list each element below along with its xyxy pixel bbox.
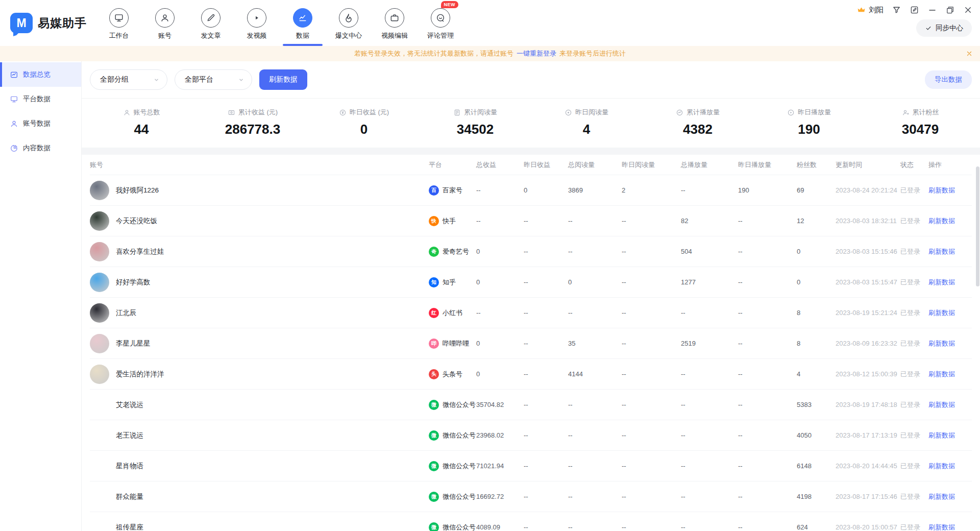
account-name: 爱生活的洋洋洋 (116, 370, 164, 379)
sync-center-button[interactable]: 同步中心 (916, 19, 972, 37)
feedback-edit-icon[interactable] (910, 5, 919, 15)
monitor-icon (10, 95, 18, 104)
total-income-cell: -- (476, 309, 524, 317)
refresh-row-link[interactable]: 刷新数据 (928, 308, 972, 318)
platform-name: 知乎 (443, 278, 456, 287)
total-reads-cell: 4144 (568, 370, 622, 378)
nav-item-video-editor[interactable]: 视频编辑 (372, 0, 418, 46)
vip-crown-icon (856, 5, 866, 15)
total-reads-cell: -- (568, 309, 622, 317)
playc-icon (787, 109, 795, 116)
close-button[interactable] (963, 5, 973, 15)
sidebar-item-data-overview[interactable]: 数据总览 (0, 62, 81, 87)
total-reads-cell: 3869 (568, 186, 622, 194)
total-income-cell: 35704.82 (476, 401, 524, 408)
account-name-cell: 喜欢分享生过娃 (90, 242, 429, 261)
platform-filter-select[interactable]: 全部平台 (175, 69, 252, 90)
platform-icon: 哔 (429, 339, 439, 349)
nav-item-data[interactable]: 数据 (280, 0, 326, 46)
total-income-cell: 23968.02 (476, 431, 524, 439)
nav-item-circle (293, 8, 312, 28)
refresh-row-link[interactable]: 刷新数据 (928, 431, 972, 440)
total-income-cell: 0 (476, 278, 524, 286)
total-income-cell: 4089.09 (476, 523, 524, 531)
user-icon (160, 13, 170, 23)
nav-item-label: 发视频 (247, 31, 267, 40)
total-income-cell: 0 (476, 370, 524, 378)
stat-card-3: 累计阅读量 34502 (420, 108, 531, 137)
refresh-data-button[interactable]: 刷新数据 (259, 69, 307, 90)
yesterday-income-cell: -- (524, 401, 568, 408)
yesterday-reads-cell: -- (622, 248, 681, 255)
avatar-placeholder (90, 456, 109, 476)
refresh-row-link[interactable]: 刷新数据 (928, 247, 972, 256)
relogin-link[interactable]: 一键重新登录 (517, 49, 556, 58)
account-name: 星肖物语 (116, 462, 143, 471)
minimize-button[interactable] (927, 5, 937, 15)
refresh-row-link[interactable]: 刷新数据 (928, 339, 972, 348)
nav-item-comment-manager[interactable]: 评论管理 NEW (418, 0, 463, 46)
sidebar-item-content-data[interactable]: 内容数据 (0, 136, 81, 160)
sidebar-item-label: 内容数据 (23, 143, 51, 153)
table-row: 江北辰 红 小红书 -- -- -- -- -- -- 8 2023-08-19… (90, 298, 972, 328)
refresh-row-link[interactable]: 刷新数据 (928, 523, 972, 531)
yesterday-income-cell: -- (524, 523, 568, 531)
column-header: 总收益 (476, 160, 524, 170)
total-reads-cell: 0 (568, 278, 622, 286)
refresh-row-link[interactable]: 刷新数据 (928, 400, 972, 409)
sidebar-item-label: 平台数据 (23, 94, 51, 104)
vertical-scrollbar[interactable] (976, 166, 979, 286)
fans-cell: 6148 (797, 462, 836, 470)
yesterday-reads-cell: -- (622, 523, 681, 531)
sidebar-item-account-data[interactable]: 账号数据 (0, 111, 81, 136)
refresh-row-link[interactable]: 刷新数据 (928, 462, 972, 471)
total-income-cell: 0 (476, 248, 524, 255)
login-warning-banner: 若账号登录失效，将无法统计其最新数据，请通过账号 一键重新登录 来登录账号后进行… (0, 46, 980, 61)
group-filter-select[interactable]: 全部分组 (90, 69, 167, 90)
platform-icon: 微 (429, 522, 439, 531)
yesterday-plays-cell: -- (738, 462, 797, 470)
platform-name: 爱奇艺号 (443, 247, 469, 256)
total-income-cell: 71021.94 (476, 462, 524, 470)
column-header: 昨日播放量 (738, 160, 797, 170)
updated-time-cell: 2023-08-19 15:21:24 (836, 309, 900, 317)
theme-icon[interactable] (892, 5, 901, 15)
nav-item-circle (247, 8, 266, 28)
avatar-placeholder (90, 395, 109, 415)
maximize-restore-button[interactable] (945, 5, 955, 15)
nav-item-post-article[interactable]: 发文章 (188, 0, 234, 46)
yesterday-income-cell: -- (524, 370, 568, 378)
overview-icon (10, 70, 18, 79)
chevron-down-icon (153, 77, 160, 83)
platform-cell: 百 百家号 (429, 185, 476, 196)
refresh-row-link[interactable]: 刷新数据 (928, 278, 972, 287)
refresh-row-link[interactable]: 刷新数据 (928, 186, 972, 195)
user-menu[interactable]: 刘阳 (856, 5, 884, 15)
briefcase-icon (389, 13, 400, 23)
export-data-button[interactable]: 导出数据 (925, 70, 972, 89)
account-name: 我好饿阿1226 (116, 186, 159, 195)
nav-item-workbench[interactable]: 工作台 (96, 0, 142, 46)
refresh-row-link[interactable]: 刷新数据 (928, 370, 972, 379)
nav-item-account[interactable]: 账号 (142, 0, 188, 46)
column-header: 粉丝数 (797, 160, 836, 170)
play-icon (252, 13, 262, 23)
updated-time-cell: 2023-08-12 15:00:39 (836, 370, 900, 378)
nav-item-circle (431, 8, 450, 28)
banner-close-icon[interactable] (966, 50, 973, 57)
yesterday-plays-cell: -- (738, 309, 797, 317)
avatar (90, 211, 109, 231)
table-row: 好好学高数 知 知乎 0 -- 0 -- 1277 -- 0 2023-08-0… (90, 267, 972, 298)
nav-item-post-video[interactable]: 发视频 (234, 0, 280, 46)
column-header: 总阅读量 (568, 160, 622, 170)
fans-cell: 4198 (797, 493, 836, 500)
yesterday-plays-cell: -- (738, 401, 797, 408)
sidebar-item-platform-data[interactable]: 平台数据 (0, 87, 81, 111)
account-name: 艾老说运 (116, 400, 143, 409)
total-plays-cell: -- (681, 370, 738, 378)
banner-text-before: 若账号登录失效，将无法统计其最新数据，请通过账号 (354, 49, 513, 58)
refresh-row-link[interactable]: 刷新数据 (928, 492, 972, 501)
nav-item-hot-center[interactable]: 爆文中心 (326, 0, 372, 46)
stat-card-5: 累计播放量 4382 (642, 108, 753, 137)
refresh-row-link[interactable]: 刷新数据 (928, 216, 972, 226)
